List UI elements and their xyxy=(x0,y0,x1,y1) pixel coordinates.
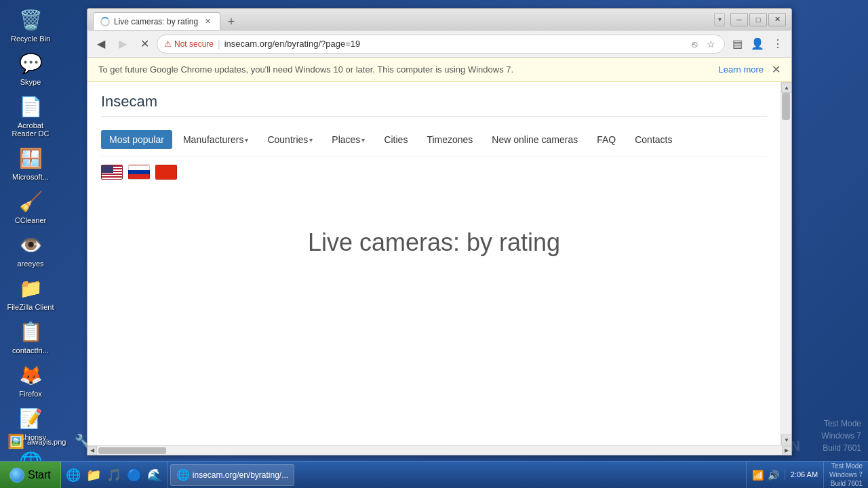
nav-places[interactable]: Places ▾ xyxy=(323,130,373,149)
forward-button[interactable]: ▶ xyxy=(113,35,132,54)
alwayis-icon: 🖼️ xyxy=(5,431,26,451)
nav-manufacturers[interactable]: Manufacturers ▾ xyxy=(175,130,256,149)
tab-menu-arrow[interactable]: ▾ xyxy=(714,13,725,26)
taskbar-browser-icon: 🌐 xyxy=(176,468,190,481)
nav-new-online[interactable]: New online cameras xyxy=(484,130,586,149)
nav-contacts[interactable]: Contacts xyxy=(627,130,680,149)
acrobat-icon: 📄 xyxy=(17,93,44,120)
bookmark-icon[interactable]: ☆ xyxy=(704,37,717,51)
ie-icon[interactable]: 🌐 xyxy=(64,466,83,485)
vertical-scrollbar[interactable]: ▲ ▼ xyxy=(781,82,791,445)
insecam-page: Insecam Most popular Manufacturers ▾ Cou… xyxy=(87,82,781,445)
taskbar-clock[interactable]: 2:06 AM xyxy=(785,470,823,480)
media-player-icon[interactable]: 🎵 xyxy=(104,466,123,485)
back-button[interactable]: ◀ xyxy=(92,35,111,54)
menu-button[interactable]: ⋮ xyxy=(768,35,787,54)
reload-button[interactable]: ✕ xyxy=(135,35,154,54)
insecam-nav: Most popular Manufacturers ▾ Countries ▾… xyxy=(101,123,767,157)
explorer-icon[interactable]: 📁 xyxy=(84,466,103,485)
desktop-icon-alwayis[interactable]: 🖼️ alwayis.png xyxy=(3,428,68,455)
tab-bar: Live cameras: by rating ✕ + xyxy=(93,9,714,30)
profile-button[interactable]: 👤 xyxy=(748,35,767,54)
nav-faq[interactable]: FAQ xyxy=(589,130,624,149)
start-button[interactable]: Start xyxy=(0,462,61,488)
address-bar-icons: ⎋ ☆ xyxy=(688,37,717,51)
nav-countries-label: Countries xyxy=(267,134,308,145)
alwayis-label: alwayis.png xyxy=(27,438,66,446)
flag-us[interactable] xyxy=(101,165,123,180)
address-bar[interactable]: ⚠ Not secure | insecam.org/en/byrating/?… xyxy=(157,35,725,54)
manufacturers-dropdown-arrow: ▾ xyxy=(245,136,248,144)
tab-loading-spinner xyxy=(100,17,110,26)
filezilla-label: FileZilla Client xyxy=(7,303,54,311)
scroll-up-button[interactable]: ▲ xyxy=(781,82,791,93)
flag-ru[interactable] xyxy=(128,165,150,180)
skype-icon: 💬 xyxy=(17,49,44,77)
nav-places-label: Places xyxy=(332,134,360,145)
windows-mode-info: Test Mode Windows 7 Build 7601 xyxy=(823,462,868,488)
desktop-icon-contactfri[interactable]: 📋 contactfri... xyxy=(3,315,58,357)
places-dropdown-arrow: ▾ xyxy=(361,136,365,144)
taskbar: Start 🌐 📁 🎵 🔵 🌊 🌐 insecam.org/en/byratin… xyxy=(0,461,868,488)
nav-manufacturers-label: Manufacturers xyxy=(183,134,243,145)
minimize-button[interactable]: ─ xyxy=(730,13,748,26)
desktop-icon-microsoft[interactable]: 🪟 Microsoft... xyxy=(3,142,58,184)
scroll-down-button[interactable]: ▼ xyxy=(781,434,791,445)
desktop-icon-ccleaner[interactable]: 🧹 CCleaner xyxy=(3,185,58,227)
countries-dropdown-arrow: ▾ xyxy=(309,136,313,144)
tab-close-button[interactable]: ✕ xyxy=(202,16,213,27)
sidebar-toggle-button[interactable]: ▤ xyxy=(728,35,747,54)
insecam-logo[interactable]: Insecam xyxy=(101,93,157,110)
nav-timezones[interactable]: Timezones xyxy=(418,130,481,149)
nav-cities[interactable]: Cities xyxy=(376,130,416,149)
address-divider: | xyxy=(218,39,220,49)
start-label: Start xyxy=(28,469,51,481)
taskbar-browser-label: insecam.org/en/byrating/... xyxy=(193,470,288,480)
microsoft-label: Microsoft... xyxy=(12,173,49,181)
scroll-track xyxy=(781,93,791,434)
scroll-right-button[interactable]: ▶ xyxy=(782,446,791,455)
scroll-left-button[interactable]: ◀ xyxy=(87,446,97,455)
desktop-icon-skype[interactable]: 💬 Skype xyxy=(3,47,58,89)
desktop-icon-areeyes[interactable]: 👁️ areeyes xyxy=(3,228,58,270)
flag-cn[interactable] xyxy=(155,165,177,180)
tab-right-controls: ▾ xyxy=(714,13,725,26)
notification-actions: Learn more ✕ xyxy=(719,63,781,76)
chrome-taskbar-icon[interactable]: 🔵 xyxy=(125,466,144,485)
close-button[interactable]: ✕ xyxy=(768,13,786,26)
edge-icon[interactable]: 🌊 xyxy=(145,466,164,485)
notification-bar: To get future Google Chrome updates, you… xyxy=(87,58,791,82)
browser-window: Live cameras: by rating ✕ + ▾ ─ □ ✕ ◀ ▶ … xyxy=(87,8,792,455)
filezilla-icon: 📁 xyxy=(17,274,44,302)
active-tab[interactable]: Live cameras: by rating ✕ xyxy=(93,12,220,30)
nav-countries[interactable]: Countries ▾ xyxy=(259,130,321,149)
acrobat-label: Acrobat Reader DC xyxy=(6,121,55,138)
scroll-thumb[interactable] xyxy=(782,93,790,120)
tab-title: Live cameras: by rating xyxy=(114,17,198,26)
content-area: Insecam Most popular Manufacturers ▾ Cou… xyxy=(87,82,791,445)
share-icon[interactable]: ⎋ xyxy=(688,37,701,51)
desktop-icon-recycle-bin[interactable]: 🗑️ Recycle Bin xyxy=(3,3,58,45)
flag-section xyxy=(101,157,767,188)
clock-time: 2:06 AM xyxy=(791,470,818,480)
notification-close-button[interactable]: ✕ xyxy=(772,63,781,76)
tray-network-icon[interactable]: 📶 xyxy=(752,470,764,481)
recycle-bin-icon: 🗑️ xyxy=(17,6,44,33)
learn-more-link[interactable]: Learn more xyxy=(719,64,764,75)
new-tab-button[interactable]: + xyxy=(223,14,239,30)
tray-volume-icon[interactable]: 🔊 xyxy=(768,470,779,481)
taskbar-browser-item[interactable]: 🌐 insecam.org/en/byrating/... xyxy=(170,464,294,486)
insecam-header: Insecam xyxy=(101,82,767,117)
warning-icon: ⚠ xyxy=(164,39,172,49)
desktop-icon-firefox[interactable]: 🦊 Firefox xyxy=(3,359,58,401)
url-text[interactable]: insecam.org/en/byrating/?page=19 xyxy=(224,39,684,49)
h-scroll-thumb[interactable] xyxy=(98,447,166,454)
areeyes-label: areeyes xyxy=(17,260,43,268)
nav-most-popular[interactable]: Most popular xyxy=(101,130,172,149)
h-scroll-track xyxy=(98,447,781,454)
desktop-icons-container: 🗑️ Recycle Bin 💬 Skype 📄 Acrobat Reader … xyxy=(0,0,81,461)
maximize-button[interactable]: □ xyxy=(749,13,767,26)
areeyes-icon: 👁️ xyxy=(17,231,44,258)
desktop-icon-acrobat[interactable]: 📄 Acrobat Reader DC xyxy=(3,90,58,140)
desktop-icon-filezilla[interactable]: 📁 FileZilla Client xyxy=(3,272,58,314)
